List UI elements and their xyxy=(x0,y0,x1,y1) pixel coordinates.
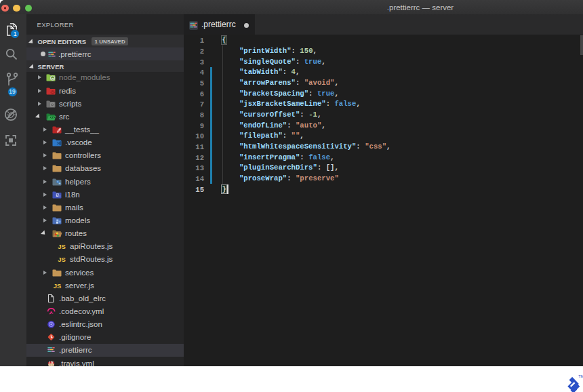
svg-text:TM: TM xyxy=(578,374,583,378)
